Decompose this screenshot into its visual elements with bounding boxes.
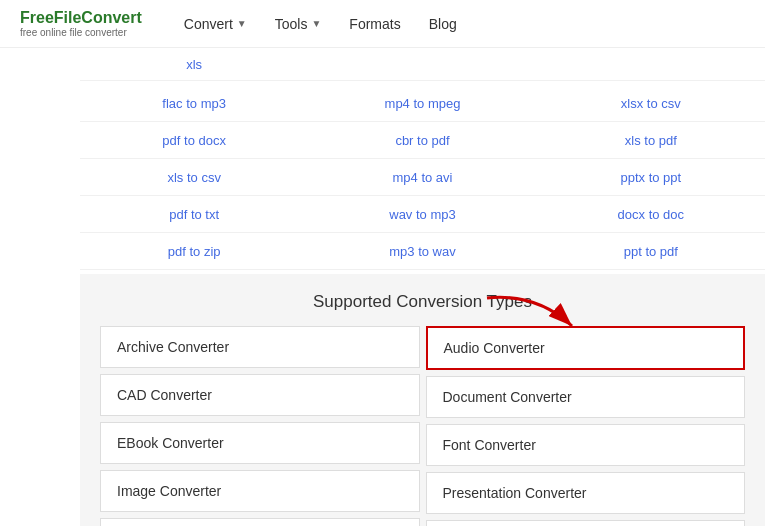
- conv-link[interactable]: cbr to pdf: [395, 133, 449, 148]
- conv-link[interactable]: [421, 57, 425, 72]
- conv-cell: xls to csv: [80, 159, 308, 195]
- chevron-down-icon: ▼: [237, 18, 247, 29]
- converter-section: Archive ConverterCAD ConverterEBook Conv…: [80, 326, 765, 526]
- converter-item[interactable]: Vector Converter: [100, 518, 420, 526]
- converter-item[interactable]: CAD Converter: [100, 374, 420, 416]
- header: FreeFileConvert free online file convert…: [0, 0, 765, 48]
- conv-cell: pdf to txt: [80, 196, 308, 232]
- conv-link[interactable]: pdf to docx: [162, 133, 226, 148]
- converter-col-right: Audio ConverterDocument ConverterFont Co…: [426, 326, 746, 526]
- conv-link[interactable]: docx to doc: [618, 207, 685, 222]
- main-content: xls flac to mp3 mp4 to mpeg xlsx to csv …: [0, 48, 765, 526]
- conv-link[interactable]: xls to csv: [167, 170, 220, 185]
- conv-cell: cbr to pdf: [308, 122, 536, 158]
- converter-item[interactable]: Archive Converter: [100, 326, 420, 368]
- conv-row: pdf to txt wav to mp3 docx to doc: [80, 196, 765, 233]
- converter-item[interactable]: Audio Converter: [426, 326, 746, 370]
- conv-cell: ppt to pdf: [537, 233, 765, 269]
- converter-grid: Archive ConverterCAD ConverterEBook Conv…: [80, 326, 765, 526]
- conv-cell: mp4 to mpeg: [308, 85, 536, 121]
- converter-item[interactable]: Font Converter: [426, 424, 746, 466]
- nav-convert[interactable]: Convert ▼: [172, 0, 259, 48]
- logo-tagline: free online file converter: [20, 27, 142, 38]
- conv-link[interactable]: mp3 to wav: [389, 244, 455, 259]
- conv-link[interactable]: xls to pdf: [625, 133, 677, 148]
- chevron-down-icon: ▼: [311, 18, 321, 29]
- conv-cell: pdf to docx: [80, 122, 308, 158]
- converter-item[interactable]: EBook Converter: [100, 422, 420, 464]
- logo[interactable]: FreeFileConvert free online file convert…: [20, 9, 142, 38]
- conv-cell: pdf to zip: [80, 233, 308, 269]
- conv-link[interactable]: ppt to pdf: [624, 244, 678, 259]
- converter-item[interactable]: Video Converter: [426, 520, 746, 526]
- converter-item[interactable]: Presentation Converter: [426, 472, 746, 514]
- conv-cell: flac to mp3: [80, 85, 308, 121]
- conv-link[interactable]: mp4 to mpeg: [385, 96, 461, 111]
- sidebar: [0, 48, 80, 526]
- converter-col-left: Archive ConverterCAD ConverterEBook Conv…: [100, 326, 420, 526]
- nav-blog[interactable]: Blog: [417, 0, 469, 48]
- conv-link[interactable]: pdf to txt: [169, 207, 219, 222]
- conv-cell: mp4 to avi: [308, 159, 536, 195]
- main-nav: Convert ▼ Tools ▼ Formats Blog: [172, 0, 469, 48]
- conv-link[interactable]: pdf to zip: [168, 244, 221, 259]
- conv-link[interactable]: mp4 to avi: [393, 170, 453, 185]
- conversion-links-table: flac to mp3 mp4 to mpeg xlsx to csv pdf …: [80, 81, 765, 274]
- conv-cell: xls to pdf: [537, 122, 765, 158]
- conv-link[interactable]: pptx to ppt: [620, 170, 681, 185]
- conv-cell: pptx to ppt: [537, 159, 765, 195]
- section-title: Supported Conversion Types: [80, 274, 765, 326]
- converter-item[interactable]: Document Converter: [426, 376, 746, 418]
- conv-cell: wav to mp3: [308, 196, 536, 232]
- nav-tools[interactable]: Tools ▼: [263, 0, 334, 48]
- conv-row: xls to csv mp4 to avi pptx to ppt: [80, 159, 765, 196]
- conv-row-partial: xls: [80, 48, 765, 81]
- conv-cell: mp3 to wav: [308, 233, 536, 269]
- conv-link[interactable]: flac to mp3: [162, 96, 226, 111]
- conv-link[interactable]: xlsx to csv: [621, 96, 681, 111]
- conv-row: flac to mp3 mp4 to mpeg xlsx to csv: [80, 85, 765, 122]
- converter-item[interactable]: Image Converter: [100, 470, 420, 512]
- nav-formats[interactable]: Formats: [337, 0, 412, 48]
- conv-cell: docx to doc: [537, 196, 765, 232]
- conv-cell: xlsx to csv: [537, 85, 765, 121]
- logo-name: FreeFileConvert: [20, 9, 142, 27]
- conv-link[interactable]: wav to mp3: [389, 207, 455, 222]
- conv-row: pdf to zip mp3 to wav ppt to pdf: [80, 233, 765, 270]
- conv-row: pdf to docx cbr to pdf xls to pdf: [80, 122, 765, 159]
- conv-link[interactable]: [649, 57, 653, 72]
- conv-link[interactable]: xls: [186, 57, 202, 72]
- content-area: xls flac to mp3 mp4 to mpeg xlsx to csv …: [80, 48, 765, 526]
